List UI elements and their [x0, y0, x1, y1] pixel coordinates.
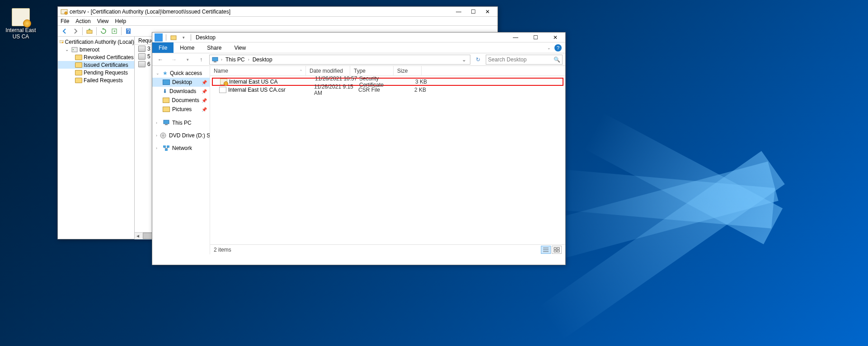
cert-row-icon [138, 46, 145, 52]
folder-dvd[interactable]: › DVD Drive (D:) SSS_X6 [152, 131, 210, 140]
tree-revoked[interactable]: Revoked Certificates [58, 53, 134, 61]
menu-file[interactable]: File [61, 18, 69, 24]
tab-home[interactable]: Home [174, 42, 201, 53]
menu-action[interactable]: Action [75, 18, 90, 24]
tree-ca[interactable]: ⌄ bmeroot [58, 46, 134, 53]
folder-label: DVD Drive (D:) SSS_X6 [169, 132, 210, 139]
folder-quick-access[interactable]: ⌄ ★ Quick access [152, 69, 210, 78]
help-icon[interactable]: ? [554, 44, 562, 51]
separator [191, 34, 191, 41]
close-button[interactable]: ✕ [480, 7, 495, 17]
address-dropdown-icon[interactable]: ⌄ [460, 56, 468, 63]
file-size: 2 KB [402, 87, 428, 93]
tab-share[interactable]: Share [201, 42, 228, 53]
folder-downloads[interactable]: ⬇ Downloads 📌 [152, 87, 210, 96]
minimize-button[interactable]: — [506, 33, 525, 42]
expand-icon[interactable]: › [156, 133, 157, 138]
file-row[interactable]: Internal East US CA 11/26/2021 10:57 ...… [212, 78, 563, 86]
search-input[interactable]: Search Desktop 🔍 [486, 55, 563, 65]
forward-button[interactable] [70, 26, 80, 36]
close-button[interactable]: ✕ [545, 33, 565, 42]
ca-row-id: 3 [147, 46, 150, 52]
ribbon-expand-icon[interactable]: ⌄ [547, 46, 551, 50]
view-large-icons-button[interactable] [552, 246, 562, 254]
toolbar-separator [96, 27, 97, 35]
up-button[interactable] [84, 26, 94, 36]
chevron-right-icon[interactable]: › [247, 57, 251, 62]
svg-rect-2 [87, 30, 92, 33]
explorer-titlebar[interactable]: ▾ Desktop — ☐ ✕ [152, 33, 565, 42]
tab-file[interactable]: File [152, 42, 174, 53]
nav-back-button[interactable]: ← [155, 54, 166, 65]
expand-icon[interactable]: › [156, 121, 160, 125]
collapse-icon[interactable]: ⌄ [156, 71, 160, 75]
svg-rect-11 [212, 57, 218, 61]
collapse-icon[interactable]: ⌄ [64, 47, 70, 52]
menu-view[interactable]: View [97, 18, 109, 24]
folder-network[interactable]: › Network [152, 144, 210, 153]
address-bar[interactable]: › This PC › Desktop ⌄ [209, 55, 470, 65]
nav-history-dropdown[interactable]: ▾ [182, 54, 193, 65]
chevron-right-icon[interactable]: › [220, 57, 224, 62]
toolbar-separator [121, 27, 122, 35]
svg-text:?: ? [127, 28, 130, 34]
qat-properties-icon[interactable] [169, 33, 178, 42]
export-button[interactable] [109, 26, 119, 36]
col-type[interactable]: Type [350, 66, 394, 75]
folder-thispc[interactable]: › This PC [152, 118, 210, 127]
nav-forward-button[interactable]: → [169, 54, 179, 65]
ca-row-id: 5 [147, 53, 150, 60]
minimize-button[interactable]: — [451, 7, 466, 17]
desktop-shortcut-cert[interactable]: Internal East US CA [4, 8, 38, 40]
documents-icon [163, 98, 170, 103]
refresh-button[interactable] [99, 26, 108, 36]
certsrv-titlebar[interactable]: certsrv - [Certification Authority (Loca… [58, 7, 497, 17]
maximize-button[interactable]: ☐ [466, 7, 480, 17]
folder-label: Network [172, 145, 192, 151]
desktop-icon [163, 79, 170, 85]
nav-up-button[interactable]: ↑ [196, 54, 206, 65]
svg-rect-20 [554, 248, 556, 249]
refresh-button[interactable]: ↻ [473, 55, 483, 65]
folder-tree: ⌄ ★ Quick access Desktop 📌 ⬇ Downloads 📌… [152, 66, 210, 254]
tree-issued-label: Issued Certificates [84, 62, 128, 68]
tree-pending-label: Pending Requests [84, 70, 128, 76]
search-icon: 🔍 [554, 56, 560, 63]
back-button[interactable] [60, 26, 70, 36]
tree-failed[interactable]: Failed Requests [58, 76, 134, 84]
certification-authority-icon [60, 38, 64, 46]
tree-pending[interactable]: Pending Requests [58, 69, 134, 76]
certificate-icon [12, 8, 30, 26]
col-size[interactable]: Size [394, 66, 422, 75]
svg-rect-22 [554, 250, 556, 252]
svg-point-1 [65, 12, 67, 14]
crumb-desktop[interactable]: Desktop [252, 56, 273, 63]
folder-label: This PC [172, 120, 192, 126]
maximize-button[interactable]: ☐ [525, 33, 545, 42]
menu-help[interactable]: Help [115, 18, 127, 24]
svg-rect-10 [171, 36, 176, 40]
expand-icon[interactable]: › [156, 146, 160, 150]
tree-root[interactable]: Certification Authority (Local) [58, 38, 134, 46]
cert-row-icon [138, 53, 145, 60]
explorer-icon [154, 33, 163, 42]
folder-pictures[interactable]: Pictures 📌 [152, 105, 210, 114]
folder-documents[interactable]: Documents 📌 [152, 96, 210, 105]
folder-desktop[interactable]: Desktop 📌 [152, 78, 210, 87]
cert-row-icon [138, 61, 145, 67]
tree-issued[interactable]: Issued Certificates [58, 61, 134, 69]
col-date[interactable]: Date modified [306, 66, 350, 75]
qat-dropdown-icon[interactable]: ▾ [179, 33, 188, 42]
help-button[interactable]: ? [123, 26, 133, 36]
col-name[interactable]: Name^ [210, 66, 306, 75]
view-details-button[interactable] [541, 246, 551, 254]
file-list: Name^ Date modified Type Size Internal E… [210, 66, 565, 254]
network-icon [163, 145, 170, 151]
thispc-icon [163, 120, 170, 126]
folder-icon [75, 55, 82, 60]
tab-view[interactable]: View [228, 42, 252, 53]
certsrv-title: certsrv - [Certification Authority (Loca… [70, 9, 451, 15]
crumb-thispc[interactable]: This PC [225, 56, 246, 63]
file-row[interactable]: Internal East US CA.csr 11/26/2021 9:15 … [212, 86, 563, 94]
tree-revoked-label: Revoked Certificates [84, 54, 134, 61]
